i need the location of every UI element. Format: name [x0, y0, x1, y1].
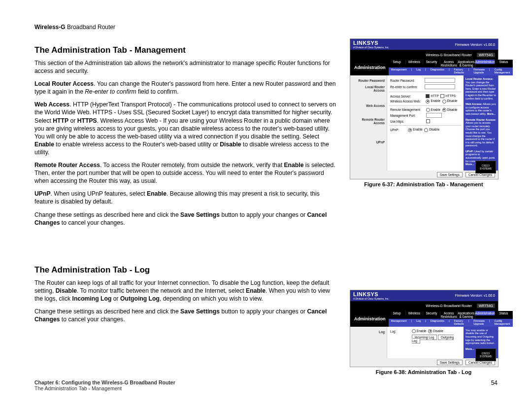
log-incoming: Incoming Log — [72, 295, 112, 302]
subtab2-diagnostics[interactable]: Diagnostics — [431, 319, 444, 325]
check-http[interactable] — [426, 94, 430, 98]
help3-bold: Remote Router Access: — [466, 118, 496, 121]
subtab-firmware[interactable]: Firmware Upgrade — [473, 68, 485, 74]
tab2-security[interactable]: Security — [423, 311, 440, 315]
tab-access[interactable]: Access Restrictions — [440, 60, 458, 68]
input-reenter[interactable] — [425, 84, 455, 89]
left-label-4 — [352, 109, 386, 116]
router-brand: LINKSYS — [353, 40, 389, 46]
radio-waw-enable[interactable] — [426, 100, 430, 103]
web-or: or — [68, 117, 77, 124]
subtab-log[interactable]: Log — [416, 68, 421, 74]
help2-more[interactable]: More... — [487, 112, 496, 115]
router-brand-sub: A Division of Cisco Systems, Inc. — [353, 46, 389, 49]
save-text-c: to cancel your changes. — [60, 219, 125, 226]
document-header: Wireless-G Broadband Router — [34, 24, 498, 31]
radio-rm-enable[interactable] — [426, 108, 430, 112]
opt-waw-enable: Enable — [431, 99, 440, 103]
tab-administration[interactable]: Administration — [475, 60, 496, 64]
row-router-password: Router Password: — [389, 77, 424, 84]
row-remote-mgmt: Remote Management: — [389, 107, 425, 112]
row-access-server: Access Server: — [389, 94, 425, 99]
router-help-panel: Local Router Access: You can change the … — [464, 75, 498, 171]
save-settings-button[interactable]: Save Settings — [437, 172, 463, 177]
local-router-bold: Local Router Access — [34, 80, 94, 87]
radio-log-disable[interactable] — [428, 329, 432, 333]
tab2-wireless[interactable]: Wireless — [406, 311, 423, 315]
radio-upnp-enable[interactable] — [408, 128, 412, 132]
left-label-3: Web Access — [352, 103, 386, 109]
local-router-italic: Re-enter to confirm — [85, 88, 136, 95]
web-https: HTTPS — [77, 117, 97, 124]
tab-wireless[interactable]: Wireless — [406, 60, 423, 64]
subtab2-config[interactable]: Config Management — [495, 319, 510, 325]
subtab-factory[interactable]: Factory Defaults — [454, 68, 464, 74]
left-label-log: Log — [352, 329, 386, 335]
subtab-management[interactable]: Management — [391, 68, 407, 74]
opt-waw-disable: Disable — [447, 99, 458, 103]
opt-upnp-disable: Disable — [429, 128, 439, 131]
remote-router-para: Remote Router Access. To access the Rout… — [34, 161, 339, 185]
footer-chapter: Chapter 6: Configuring the Wireless-G Br… — [34, 379, 175, 385]
left-label-2 — [352, 94, 386, 103]
tab-apps[interactable]: Applications & Gaming — [458, 60, 475, 68]
tab2-access[interactable]: Access Restrictions — [440, 311, 458, 319]
save-text-c-2: to cancel your changes. — [60, 316, 125, 323]
upnp-bold: UPnP — [34, 190, 51, 197]
router-bottom-bar: CISCO SYSTEMS Save Settings Cancel Chang… — [350, 171, 498, 179]
input-router-password[interactable] — [425, 78, 455, 83]
web-access-bold: Web Access — [34, 101, 69, 108]
tab-setup[interactable]: Setup — [389, 60, 406, 64]
tab-security[interactable]: Security — [423, 60, 440, 64]
document-page: Wireless-G Broadband Router The Administ… — [0, 0, 532, 411]
help4-more[interactable]: More... — [466, 163, 474, 166]
log-text-b: . To monitor traffic between the network… — [77, 287, 246, 294]
subtab2-management[interactable]: Management — [391, 319, 407, 325]
router-navrow-2: Administration Setup Wireless Security A… — [350, 311, 498, 327]
subtab-diagnostics[interactable]: Diagnostics — [431, 68, 444, 74]
input-mgmt-port[interactable] — [426, 113, 442, 118]
check-https[interactable] — [440, 94, 444, 98]
help2-bold: Web Access: — [466, 103, 482, 105]
help3-text: Allows you to access your router remotel… — [466, 121, 495, 147]
footer-sub: The Administration Tab - Management — [34, 385, 175, 391]
save-btn-2: Save Settings — [180, 308, 220, 315]
subtab2-factory[interactable]: Factory Defaults — [454, 319, 464, 325]
left-label-5: Remote Router Access — [352, 116, 386, 126]
subtab-config[interactable]: Config Management — [495, 68, 510, 74]
opt-log-disable: Disable — [433, 329, 443, 333]
router-center-panel-2: Log: Enable Disable Incoming Log Outgoin… — [387, 327, 464, 358]
router-brand-sub-2: A Division of Cisco Systems, Inc. — [353, 297, 389, 300]
check-use-https[interactable] — [426, 119, 430, 123]
tab-status[interactable]: Status — [495, 60, 512, 64]
upnp-para: UPnP. When using UPnP features, select E… — [34, 190, 339, 206]
web-access-text-c: to enable wireless access to the Router'… — [54, 141, 220, 148]
radio-log-enable[interactable] — [412, 329, 416, 333]
tab2-administration[interactable]: Administration — [475, 311, 496, 315]
subtab2-log[interactable]: Log — [416, 319, 421, 325]
row-use-https: Use https: — [389, 119, 425, 124]
radio-rm-disable[interactable] — [442, 108, 446, 112]
help1-text: You can change the Router's password fro… — [466, 81, 496, 100]
tab2-apps[interactable]: Applications & Gaming — [458, 311, 475, 319]
doc-header-rest: Broadband Router — [66, 24, 115, 31]
log-enable: Enable — [246, 287, 266, 294]
save-settings-button-2[interactable]: Save Settings — [437, 360, 463, 365]
router-left-labels-2: Log — [350, 327, 387, 358]
save-settings-para-1: Change these settings as described here … — [34, 211, 339, 227]
tab2-setup[interactable]: Setup — [389, 311, 406, 315]
radio-upnp-disable[interactable] — [424, 128, 428, 132]
router-model-bar-2: Wireless-G Broadband Router WRT54G — [350, 301, 498, 311]
radio-waw-disable[interactable] — [442, 100, 446, 103]
section1-title: The Administration Tab - Management — [34, 45, 339, 55]
router-center-panel: Router Password: Re-enter to confirm: Ac… — [387, 75, 464, 171]
left-label-0: Router Password — [352, 77, 386, 84]
remote-enable: Enable — [284, 162, 303, 169]
doc-header-bold: Wireless-G — [34, 24, 66, 31]
tab2-status[interactable]: Status — [495, 311, 512, 315]
log-or: or — [111, 295, 120, 302]
save-btn-1: Save Settings — [180, 211, 220, 218]
subtab2-firmware[interactable]: Firmware Upgrade — [473, 319, 485, 325]
router-topbar-2: LINKSYS A Division of Cisco Systems, Inc… — [350, 290, 498, 301]
router-bottom-bar-2: CISCO SYSTEMS Save Settings Cancel Chang… — [350, 358, 498, 367]
